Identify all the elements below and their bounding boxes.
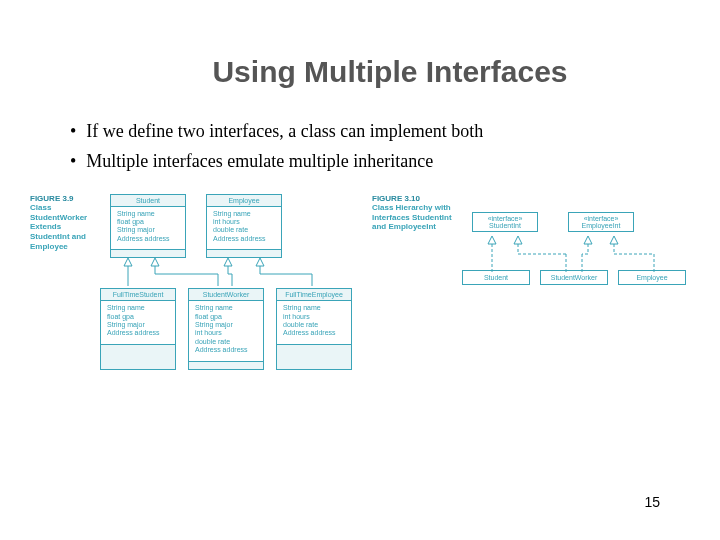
uml-class-fulltimeemployee: FullTimeEmployee String name int hours d… <box>276 288 352 369</box>
uml-class-name: Student <box>111 195 185 207</box>
svg-marker-3 <box>151 258 159 266</box>
bullet-text: Multiple interfaces emulate multiple inh… <box>86 149 433 173</box>
uml-attr: double rate <box>195 338 257 346</box>
diagram-row: FIGURE 3.9 Class StudentWorker Extends S… <box>0 194 720 370</box>
slide-title: Using Multiple Interfaces <box>60 55 720 89</box>
uml-interface-name: EmployeeInt <box>573 222 629 229</box>
uml-class-name: Employee <box>207 195 281 207</box>
svg-marker-21 <box>584 236 592 244</box>
figure-caption: FIGURE 3.10 Class Hierarchy with Interfa… <box>372 194 462 370</box>
uml-attr: int hours <box>195 329 257 337</box>
uml-attr: Address address <box>283 329 345 337</box>
svg-marker-7 <box>224 258 232 266</box>
uml-attr: String name <box>195 304 257 312</box>
uml-attr: String name <box>283 304 345 312</box>
list-item: • If we define two interfaces, a class c… <box>70 119 660 143</box>
uml-class-student: Student <box>462 270 530 285</box>
figure-caption-text: Class Hierarchy with Interfaces StudentI… <box>372 203 462 232</box>
figure-3-9: FIGURE 3.9 Class StudentWorker Extends S… <box>30 194 352 370</box>
uml-class-name: FullTimeEmployee <box>277 289 351 301</box>
bullet-text: If we define two interfaces, a class can… <box>86 119 483 143</box>
uml-attr: double rate <box>213 226 275 234</box>
uml-class-employee: Employee <box>618 270 686 285</box>
uml-attr: Address address <box>117 235 179 243</box>
bullet-dot: • <box>70 149 76 173</box>
uml-attr: String major <box>107 321 169 329</box>
uml-attr: Address address <box>213 235 275 243</box>
bullet-dot: • <box>70 119 76 143</box>
uml-stereotype: «interface» <box>573 215 629 222</box>
uml-attr: Address address <box>107 329 169 337</box>
page-number: 15 <box>644 494 660 510</box>
uml-interface-name: StudentInt <box>477 222 533 229</box>
figure-number: FIGURE 3.9 <box>30 194 100 204</box>
uml-class-fulltimestudent: FullTimeStudent String name float gpa St… <box>100 288 176 369</box>
figure-caption-text: Class StudentWorker Extends StudentInt a… <box>30 203 100 251</box>
uml-attr: String major <box>195 321 257 329</box>
svg-marker-17 <box>514 236 522 244</box>
uml-class-employee: Employee String name int hours double ra… <box>206 194 282 259</box>
list-item: • Multiple interfaces emulate multiple i… <box>70 149 660 173</box>
uml-attr: String name <box>117 210 179 218</box>
uml-class-studentworker: StudentWorker <box>540 270 608 285</box>
uml-attr: int hours <box>213 218 275 226</box>
figure-caption: FIGURE 3.9 Class StudentWorker Extends S… <box>30 194 100 370</box>
figure-number: FIGURE 3.10 <box>372 194 462 204</box>
svg-marker-0 <box>124 258 132 266</box>
uml-class-name: FullTimeStudent <box>101 289 175 301</box>
uml-attr: double rate <box>283 321 345 329</box>
uml-class-name: StudentWorker <box>189 289 263 301</box>
svg-marker-11 <box>256 258 264 266</box>
uml-attr: int hours <box>283 313 345 321</box>
uml-attr: float gpa <box>195 313 257 321</box>
bullet-list: • If we define two interfaces, a class c… <box>70 119 660 174</box>
uml-interface-employeeint: «interface» EmployeeInt <box>568 212 634 232</box>
uml-class-studentworker: StudentWorker String name float gpa Stri… <box>188 288 264 369</box>
svg-marker-15 <box>488 236 496 244</box>
uml-class-student: Student String name float gpa String maj… <box>110 194 186 259</box>
uml-attr: float gpa <box>117 218 179 226</box>
figure-3-10: FIGURE 3.10 Class Hierarchy with Interfa… <box>372 194 686 370</box>
uml-attr: String major <box>117 226 179 234</box>
uml-stereotype: «interface» <box>477 215 533 222</box>
svg-marker-25 <box>610 236 618 244</box>
uml-attr: float gpa <box>107 313 169 321</box>
uml-attr: Address address <box>195 346 257 354</box>
uml-attr: String name <box>107 304 169 312</box>
uml-attr: String name <box>213 210 275 218</box>
uml-interface-studentint: «interface» StudentInt <box>472 212 538 232</box>
